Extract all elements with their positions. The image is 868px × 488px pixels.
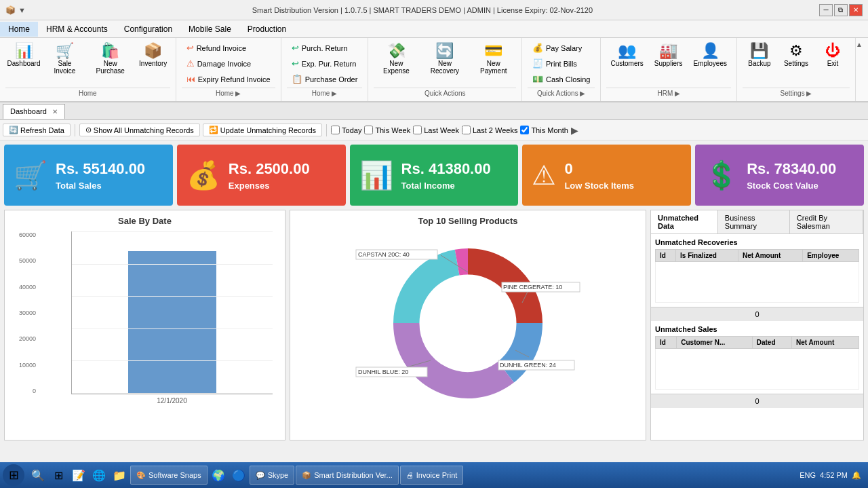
toolbar: 🔄 Refresh Data ⊙ Show All Unmatching Rec… <box>0 120 868 140</box>
last-week-check-input[interactable] <box>413 126 422 134</box>
new-recovery-button[interactable]: 🔄 New Recovery <box>421 41 468 77</box>
tab-close-button[interactable]: ✕ <box>52 108 58 115</box>
ribbon-group-hrm-label: HRM ▶ <box>606 88 731 98</box>
last-2-weeks-check-input[interactable] <box>462 126 471 134</box>
inventory-button[interactable]: 📦 Inventory <box>136 41 170 70</box>
new-payment-icon: 💳 <box>484 43 502 58</box>
expiry-refund-button[interactable]: ⏮ Expiry Refund Invoice <box>182 72 275 86</box>
new-purchase-button[interactable]: 🛍️ New Purchase <box>87 41 134 77</box>
ribbon-collapse-btn[interactable]: ▲ <box>856 38 868 101</box>
cash-closing-button[interactable]: 💵 Cash Closing <box>528 72 595 86</box>
customers-button[interactable]: 👥 Customers <box>606 41 647 70</box>
taskbar-explorer-icon[interactable]: 📁 <box>110 466 129 485</box>
update-button[interactable]: 🔁 Update Unmatching Records <box>203 124 322 136</box>
this-week-check-input[interactable] <box>364 126 373 134</box>
sale-invoice-button[interactable]: 🛒 Sale Invoice <box>45 41 85 77</box>
menu-production[interactable]: Production <box>239 22 294 37</box>
taskbar-software-snaps[interactable]: 🎨 Software Snaps <box>130 466 208 485</box>
smart-dist-icon: 📦 <box>302 471 311 480</box>
card-low-stock-icon: ⚠ <box>532 159 556 191</box>
smart-dist-label: Smart Distribution Ver... <box>314 471 393 479</box>
new-expense-icon: 💸 <box>387 43 406 58</box>
unmatched-recoveries-table: Id Is Finalized Net Amount Employee <box>655 249 859 303</box>
this-month-check-input[interactable] <box>520 126 529 134</box>
ribbon-col-invoices: ↩ Refund Invoice ⚠ Damage Invoice ⏮ Expi… <box>182 41 275 86</box>
purchase-order-button[interactable]: 📋 Purchase Order <box>287 72 363 86</box>
suppliers-button[interactable]: 🏭 Suppliers <box>650 41 687 70</box>
taskbar-edge-icon[interactable]: 🔵 <box>229 466 248 485</box>
new-expense-button[interactable]: 💸 New Expense <box>374 41 418 77</box>
taskbar-invoice-print[interactable]: 🖨 Invoice Print <box>400 466 464 485</box>
taskbar-task-view-icon[interactable]: ⊞ <box>49 466 68 485</box>
this-month-checkbox[interactable]: This Month <box>520 126 568 134</box>
minimize-button[interactable]: ─ <box>819 4 833 16</box>
cards-row: 🛒 Rs. 55140.00 Total Sales 💰 Rs. 2500.00… <box>4 145 864 206</box>
tab-dashboard[interactable]: Dashboard ✕ <box>3 104 65 119</box>
menu-hrm-accounts[interactable]: HRM & Accounts <box>38 22 116 37</box>
damage-invoice-button[interactable]: ⚠ Damage Invoice <box>182 56 275 71</box>
refresh-data-button[interactable]: 🔄 Refresh Data <box>3 124 71 136</box>
unmatched-sales-section: Unmatched Sales Id Customer N... Dated N… <box>651 321 863 394</box>
title-bar-left: 📦 ▼ <box>5 5 26 15</box>
backup-label: Backup <box>748 60 770 67</box>
update-label: Update Unmatching Records <box>220 126 316 134</box>
tab-unmatched-data[interactable]: Unmatched Data <box>651 210 718 233</box>
new-payment-button[interactable]: 💳 New Payment <box>471 41 516 77</box>
x-axis-label: 12/1/2020 <box>71 397 273 405</box>
taskbar-smart-dist[interactable]: 📦 Smart Distribution Ver... <box>296 466 399 485</box>
suppliers-label: Suppliers <box>654 60 683 67</box>
this-week-checkbox[interactable]: This Week <box>364 126 410 134</box>
purchase-order-icon: 📋 <box>292 74 302 84</box>
expiry-refund-label: Expiry Refund Invoice <box>198 75 271 83</box>
menu-home[interactable]: Home <box>0 22 38 37</box>
taskbar-right: ENG 4:52 PM 🔔 <box>795 471 865 480</box>
sale-by-date-chart: Sale By Date 0 10000 20000 30000 40000 5… <box>4 210 285 440</box>
menu-mobile-sale[interactable]: Mobile Sale <box>180 22 239 37</box>
new-recovery-icon: 🔄 <box>435 43 454 58</box>
ribbon-group-quick-col: 💰 Pay Salary 🧾 Print Bills 💵 Cash Closin… <box>522 38 601 101</box>
software-snaps-label: Software Snaps <box>149 471 201 479</box>
taskbar-dev-tools-icon[interactable]: 📝 <box>69 466 88 485</box>
backup-button[interactable]: 💾 Backup <box>743 41 776 70</box>
close-button[interactable]: ✕ <box>849 4 863 16</box>
tab-credit-salesman[interactable]: Credit By Salesman <box>790 210 863 233</box>
taskbar-search-icon[interactable]: 🔍 <box>28 466 47 485</box>
employees-button[interactable]: 👤 Employees <box>690 41 731 70</box>
today-check-input[interactable] <box>331 126 340 134</box>
backup-icon: 💾 <box>750 43 768 58</box>
tab-business-summary[interactable]: Business Summary <box>718 210 790 233</box>
unmatched-recoveries-body <box>656 262 859 303</box>
ribbon: 📊 Dashboard 🛒 Sale Invoice 🛍️ New Purcha… <box>0 38 868 102</box>
purch-return-button[interactable]: ↩ Purch. Return <box>287 41 363 55</box>
new-purchase-label: New Purchase <box>92 60 130 75</box>
exp-pur-return-button[interactable]: ↩ Exp. Pur. Return <box>287 56 363 71</box>
menu-configuration[interactable]: Configuration <box>116 22 180 37</box>
taskbar-globe-icon[interactable]: 🌍 <box>209 466 228 485</box>
start-button[interactable]: ⊞ <box>3 464 24 486</box>
show-all-button[interactable]: ⊙ Show All Unmatching Records <box>79 124 200 136</box>
donut-area: CAPSTAN 20C: 40 PINE CEGERATE: 10 DUNHIL… <box>296 231 640 415</box>
charts-row: Sale By Date 0 10000 20000 30000 40000 5… <box>4 210 864 440</box>
last-2-weeks-checkbox[interactable]: Last 2 Weeks <box>462 126 517 134</box>
sale-invoice-icon: 🛒 <box>56 43 74 58</box>
title-bar-controls: ─ ⧉ ✕ <box>819 4 863 16</box>
restore-button[interactable]: ⧉ <box>834 4 848 16</box>
last-week-checkbox[interactable]: Last Week <box>413 126 459 134</box>
invoice-print-label: Invoice Print <box>416 471 458 479</box>
exit-button[interactable]: ⏻ Exit <box>816 41 850 70</box>
taskbar-skype[interactable]: 💬 Skype <box>250 466 295 485</box>
print-bills-button[interactable]: 🧾 Print Bills <box>528 56 595 71</box>
refund-invoice-button[interactable]: ↩ Refund Invoice <box>182 41 275 55</box>
settings-icon: ⚙ <box>789 43 803 58</box>
card-total-sales: 🛒 Rs. 55140.00 Total Sales <box>4 145 173 206</box>
dashboard-button[interactable]: 📊 Dashboard <box>5 41 42 70</box>
settings-button[interactable]: ⚙ Settings <box>779 41 813 70</box>
sale-invoice-label: Sale Invoice <box>49 60 81 75</box>
today-checkbox[interactable]: Today <box>331 126 361 134</box>
ribbon-group-settings-label: Settings ▶ <box>743 88 850 98</box>
sale-by-date-title: Sale By Date <box>10 216 279 226</box>
pay-salary-button[interactable]: 💰 Pay Salary <box>528 41 595 55</box>
taskbar-browser-icon[interactable]: 🌐 <box>90 466 108 485</box>
toolbar-more-button[interactable]: ▶ <box>571 125 578 136</box>
taskbar-notification-icon[interactable]: 🔔 <box>852 471 861 480</box>
